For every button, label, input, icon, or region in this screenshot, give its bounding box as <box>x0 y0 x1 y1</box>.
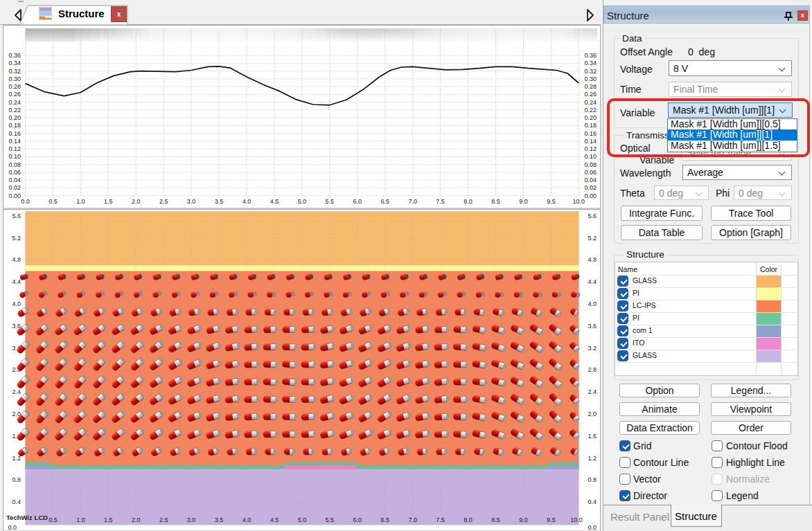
svg-text:4.5: 4.5 <box>270 198 279 205</box>
svg-text:3.0: 3.0 <box>187 516 196 523</box>
svg-text:1.2: 1.2 <box>588 455 597 462</box>
svg-text:4.0: 4.0 <box>588 300 597 307</box>
svg-text:0.04: 0.04 <box>8 177 21 183</box>
svg-text:3.6: 3.6 <box>12 323 21 330</box>
svg-text:0.28: 0.28 <box>584 83 597 90</box>
svg-text:0.34: 0.34 <box>584 60 597 66</box>
svg-text:3.0: 3.0 <box>187 198 196 205</box>
svg-text:0.26: 0.26 <box>8 91 21 98</box>
svg-text:5.5: 5.5 <box>326 516 335 523</box>
svg-text:0.32: 0.32 <box>584 68 597 75</box>
svg-text:2.8: 2.8 <box>588 366 597 373</box>
svg-text:2.5: 2.5 <box>159 198 168 205</box>
svg-text:4.0: 4.0 <box>242 516 251 523</box>
svg-text:TechWiz LCD: TechWiz LCD <box>6 514 48 521</box>
svg-text:0.20: 0.20 <box>584 114 597 121</box>
svg-text:7.5: 7.5 <box>436 198 445 205</box>
svg-text:0.22: 0.22 <box>584 107 597 114</box>
svg-text:3.5: 3.5 <box>215 516 224 523</box>
svg-text:6.0: 6.0 <box>353 516 362 523</box>
svg-text:4.0: 4.0 <box>12 300 21 307</box>
svg-text:1.5: 1.5 <box>104 198 113 205</box>
svg-text:6.5: 6.5 <box>380 198 389 205</box>
svg-text:6.0: 6.0 <box>353 198 362 205</box>
svg-text:4.8: 4.8 <box>12 256 21 263</box>
svg-text:0.24: 0.24 <box>8 99 21 106</box>
svg-text:0.12: 0.12 <box>584 145 597 152</box>
svg-text:7.5: 7.5 <box>436 516 445 523</box>
svg-text:0.32: 0.32 <box>8 68 21 75</box>
svg-text:4.5: 4.5 <box>270 516 279 523</box>
svg-text:0.06: 0.06 <box>8 169 21 176</box>
svg-text:0.36: 0.36 <box>8 52 21 59</box>
svg-text:5.6: 5.6 <box>12 213 21 219</box>
svg-text:0.08: 0.08 <box>584 161 597 168</box>
svg-text:0.5: 0.5 <box>48 516 58 523</box>
svg-text:5.0: 5.0 <box>298 516 307 523</box>
svg-text:0.0: 0.0 <box>8 524 17 531</box>
svg-text:9.5: 9.5 <box>547 198 556 205</box>
svg-text:4.8: 4.8 <box>588 256 597 263</box>
svg-text:1.6: 1.6 <box>588 433 597 440</box>
svg-text:0.0: 0.0 <box>588 524 597 531</box>
svg-text:0.10: 0.10 <box>8 153 21 160</box>
svg-text:8.5: 8.5 <box>491 198 500 205</box>
svg-text:0.4: 0.4 <box>588 498 597 505</box>
svg-text:5.6: 5.6 <box>588 213 597 219</box>
svg-text:0.34: 0.34 <box>8 60 21 66</box>
svg-text:0.06: 0.06 <box>584 169 597 176</box>
svg-text:3.6: 3.6 <box>588 323 597 330</box>
svg-text:9.0: 9.0 <box>519 516 528 523</box>
svg-text:0.24: 0.24 <box>584 99 597 106</box>
svg-text:2.0: 2.0 <box>132 198 141 205</box>
svg-text:0.5: 0.5 <box>48 198 58 205</box>
svg-text:8.0: 8.0 <box>464 198 473 205</box>
svg-text:4.4: 4.4 <box>12 278 21 285</box>
svg-text:0.14: 0.14 <box>8 138 21 145</box>
svg-text:0.8: 0.8 <box>588 476 597 483</box>
svg-text:9.5: 9.5 <box>547 516 556 523</box>
svg-text:0.30: 0.30 <box>8 75 21 82</box>
svg-text:2.0: 2.0 <box>588 411 597 417</box>
svg-text:0.10: 0.10 <box>584 153 597 160</box>
svg-text:0.26: 0.26 <box>584 91 597 98</box>
svg-text:5.2: 5.2 <box>588 235 597 242</box>
svg-text:5.5: 5.5 <box>326 198 335 205</box>
svg-text:0.28: 0.28 <box>8 83 21 90</box>
svg-text:2.4: 2.4 <box>12 388 21 395</box>
svg-text:0.00: 0.00 <box>584 192 597 199</box>
svg-text:0.18: 0.18 <box>584 122 597 129</box>
svg-text:6.5: 6.5 <box>380 516 389 523</box>
svg-text:0.18: 0.18 <box>8 122 21 129</box>
svg-text:2.5: 2.5 <box>159 516 168 523</box>
svg-text:0.20: 0.20 <box>8 114 21 121</box>
svg-text:7.0: 7.0 <box>408 516 417 523</box>
svg-text:0.16: 0.16 <box>8 130 21 137</box>
svg-text:8.0: 8.0 <box>464 516 473 523</box>
svg-text:2.0: 2.0 <box>132 516 141 523</box>
svg-text:9.0: 9.0 <box>519 198 528 205</box>
svg-text:2.4: 2.4 <box>588 388 597 395</box>
svg-text:0.8: 0.8 <box>12 476 21 483</box>
svg-text:3.5: 3.5 <box>215 198 224 205</box>
svg-text:1.0: 1.0 <box>76 516 85 523</box>
svg-text:10.0: 10.0 <box>570 516 583 523</box>
svg-text:8.5: 8.5 <box>491 516 500 523</box>
svg-text:7.0: 7.0 <box>408 198 417 205</box>
svg-text:3.2: 3.2 <box>588 345 597 352</box>
svg-text:0.0: 0.0 <box>21 198 30 205</box>
svg-text:0.30: 0.30 <box>584 75 597 82</box>
svg-text:4.4: 4.4 <box>588 278 597 285</box>
svg-text:0.08: 0.08 <box>8 161 21 168</box>
svg-text:10.0: 10.0 <box>573 198 585 205</box>
svg-text:0.16: 0.16 <box>584 130 597 137</box>
svg-text:1.0: 1.0 <box>76 198 85 205</box>
svg-text:5.0: 5.0 <box>298 198 307 205</box>
svg-text:0.36: 0.36 <box>584 52 597 59</box>
svg-text:0.02: 0.02 <box>584 184 597 191</box>
svg-text:0.4: 0.4 <box>12 498 21 505</box>
svg-text:0.00: 0.00 <box>8 192 21 199</box>
svg-text:0.22: 0.22 <box>8 107 21 114</box>
svg-text:0.14: 0.14 <box>584 138 597 145</box>
svg-text:0.02: 0.02 <box>8 184 21 191</box>
